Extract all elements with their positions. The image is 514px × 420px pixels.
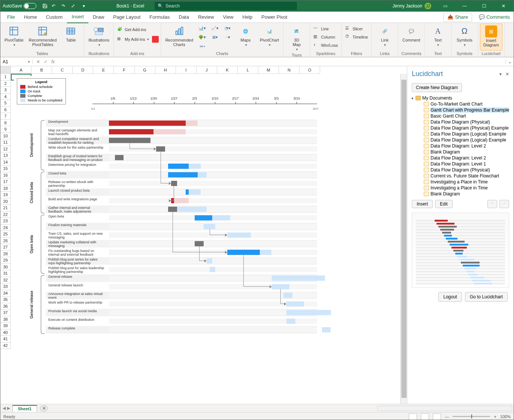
- column-header[interactable]: K: [217, 66, 238, 74]
- pie-chart-icon[interactable]: ◔▾: [222, 24, 234, 33]
- tree-document[interactable]: Investigating a Place in Time: [410, 185, 511, 191]
- tab-help[interactable]: Help: [238, 12, 257, 23]
- pivottable-button[interactable]: PivotTable▾: [2, 24, 26, 51]
- slicer-button[interactable]: ☰Slicer: [344, 25, 369, 33]
- tab-formulas[interactable]: Formulas: [145, 12, 174, 23]
- column-header[interactable]: B: [31, 66, 52, 74]
- tree-document[interactable]: Blank Diagram: [410, 149, 511, 155]
- row-header[interactable]: 4: [0, 94, 11, 100]
- rec-charts-button[interactable]: Recommended Charts: [163, 24, 195, 51]
- spreadsheet-grid[interactable]: ABCDEFGHIJKLMNO 123456789101112131415161…: [0, 66, 407, 404]
- row-header[interactable]: 20: [0, 198, 11, 205]
- tree-document[interactable]: Gantt Chart with Progress Bar Example: [410, 107, 511, 113]
- timeline-button[interactable]: ⏱Timeline: [344, 33, 369, 41]
- tree-document[interactable]: Data Flow Diagram: Level 2: [410, 143, 511, 149]
- my-addins-button[interactable]: ⊞My Add-ins▾: [116, 36, 150, 43]
- row-header[interactable]: 39: [0, 323, 11, 329]
- tree-document[interactable]: Data Flow Diagram: Level 2: [410, 155, 511, 161]
- row-header[interactable]: 14: [0, 159, 11, 166]
- illustrations-button[interactable]: Illustrations▾: [86, 24, 112, 51]
- column-header[interactable]: F: [114, 66, 134, 74]
- row-header[interactable]: 32: [0, 277, 11, 284]
- row-header[interactable]: 6: [0, 107, 11, 113]
- tab-page-layout[interactable]: Page Layout: [109, 12, 145, 23]
- row-header[interactable]: 18: [0, 185, 11, 192]
- enter-formula-icon[interactable]: ✓: [44, 59, 48, 64]
- row-header[interactable]: 26: [0, 238, 11, 244]
- tab-view[interactable]: View: [219, 12, 238, 23]
- row-header[interactable]: 22: [0, 211, 11, 218]
- name-box[interactable]: A1▾: [0, 59, 33, 64]
- row-header[interactable]: 25: [0, 231, 11, 238]
- row-header[interactable]: 1: [0, 74, 11, 80]
- close-icon[interactable]: ✕: [495, 0, 512, 12]
- row-header[interactable]: 10: [0, 133, 11, 140]
- link-button[interactable]: 🔗Link▾: [374, 24, 396, 51]
- row-header[interactable]: 30: [0, 264, 11, 271]
- touch-mode-icon[interactable]: ⤢▾: [70, 2, 78, 10]
- tree-document[interactable]: Current vs. Future State Flowchart: [410, 173, 511, 179]
- sheet-nav-next-icon[interactable]: ▶: [7, 406, 10, 411]
- page-break-view-button[interactable]: [433, 413, 441, 420]
- row-header[interactable]: 34: [0, 290, 11, 297]
- customize-qat-icon[interactable]: ▾: [80, 2, 88, 10]
- sheet-tab[interactable]: Sheet1: [12, 405, 37, 412]
- zoom-in-button[interactable]: +: [494, 414, 496, 419]
- 3dmap-button[interactable]: 🗺️3D Map▾: [285, 24, 308, 52]
- row-header[interactable]: 17: [0, 179, 11, 185]
- pivotchart-button[interactable]: 📊PivotChart▾: [258, 24, 281, 51]
- text-button[interactable]: AText▾: [427, 24, 449, 51]
- column-header[interactable]: H: [155, 66, 176, 74]
- maximize-icon[interactable]: ☐: [475, 0, 493, 12]
- row-header[interactable]: 13: [0, 152, 11, 159]
- row-header[interactable]: 2: [0, 80, 11, 87]
- minimize-icon[interactable]: —: [456, 0, 473, 12]
- autosave-toggle[interactable]: AutoSave: [0, 3, 39, 9]
- tab-review[interactable]: Review: [194, 12, 219, 23]
- next-page-button[interactable]: »: [499, 200, 509, 208]
- panel-close-icon[interactable]: ✕: [505, 71, 509, 77]
- column-header[interactable]: D: [73, 66, 93, 74]
- column-header[interactable]: J: [197, 66, 217, 74]
- tree-document[interactable]: Data Flow Diagram (Logical) Example: [410, 131, 511, 137]
- row-header[interactable]: 5: [0, 100, 11, 107]
- tree-document[interactable]: Data Flow Diagram (Physical): [410, 119, 511, 125]
- tree-document[interactable]: Investigating a Place in Time: [410, 179, 511, 185]
- tree-document[interactable]: Data Flow Diagram (Physical) Example: [410, 125, 511, 131]
- tab-insert[interactable]: Insert: [67, 11, 88, 23]
- column-header[interactable]: O: [299, 66, 320, 74]
- maps-button[interactable]: 🌐Maps▾: [234, 24, 257, 51]
- prev-page-button[interactable]: «: [487, 200, 497, 208]
- comment-button[interactable]: 💬Comment: [400, 24, 423, 51]
- spark-line-button[interactable]: 〰Line: [312, 25, 339, 33]
- horizontal-scrollbar[interactable]: [377, 406, 512, 411]
- row-header[interactable]: 27: [0, 244, 11, 251]
- row-header[interactable]: 29: [0, 257, 11, 264]
- fx-icon[interactable]: fx: [51, 59, 55, 64]
- row-header[interactable]: 19: [0, 192, 11, 198]
- row-header[interactable]: 28: [0, 251, 11, 258]
- column-header[interactable]: N: [279, 66, 299, 74]
- normal-view-button[interactable]: [409, 413, 417, 420]
- column-header[interactable]: L: [238, 66, 258, 74]
- row-header[interactable]: 15: [0, 165, 11, 172]
- tree-document[interactable]: Blank Diagram: [410, 191, 511, 197]
- tree-document[interactable]: Basic Gantt Chart: [410, 113, 511, 119]
- column-header[interactable]: A: [11, 66, 31, 74]
- scatter-chart-icon[interactable]: ∴▾: [222, 33, 234, 42]
- column-header[interactable]: C: [52, 66, 73, 74]
- row-header[interactable]: 31: [0, 270, 11, 277]
- zoom-level[interactable]: 100%: [500, 414, 511, 419]
- hierarchy-chart-icon[interactable]: 🌳▾: [196, 33, 208, 42]
- row-header[interactable]: 37: [0, 310, 11, 316]
- zoom-slider[interactable]: [453, 416, 490, 417]
- row-header[interactable]: 33: [0, 283, 11, 290]
- row-header[interactable]: 42: [0, 343, 11, 349]
- row-header[interactable]: 35: [0, 296, 11, 303]
- tree-document[interactable]: Data Flow Diagram: Level 1: [410, 161, 511, 167]
- tab-file[interactable]: File: [3, 12, 19, 23]
- tab-home[interactable]: Home: [19, 12, 42, 23]
- row-header[interactable]: 41: [0, 336, 11, 343]
- spark-column-button[interactable]: ▥Column: [312, 33, 339, 41]
- get-addins-button[interactable]: 🧩Get Add-ins: [116, 26, 159, 33]
